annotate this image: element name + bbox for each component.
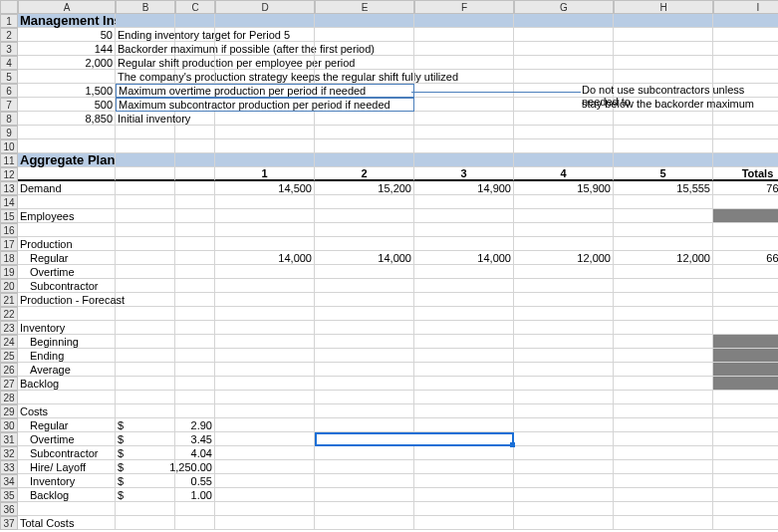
cell-E27[interactable]: [315, 377, 414, 391]
cell-B19[interactable]: [116, 265, 175, 279]
cell-E33[interactable]: [315, 460, 414, 474]
col-C[interactable]: C: [175, 0, 215, 14]
cell-F34[interactable]: [414, 474, 514, 488]
lbl-regular[interactable]: Regular: [18, 251, 116, 265]
cell-D15[interactable]: [215, 209, 315, 223]
cell-A9[interactable]: [18, 126, 116, 139]
row-35[interactable]: 35: [0, 488, 18, 502]
cell-B27[interactable]: [116, 377, 175, 391]
cost-regular[interactable]: 2.90: [175, 418, 215, 432]
cell-I11[interactable]: [713, 153, 778, 167]
cell-G33[interactable]: [514, 460, 614, 474]
cell-G3[interactable]: [514, 42, 614, 56]
cell-E23[interactable]: [315, 321, 414, 335]
cell-D36[interactable]: [215, 502, 315, 516]
row-9[interactable]: 9: [0, 126, 18, 139]
cell-C18[interactable]: [175, 251, 215, 265]
demand-4[interactable]: 15,900: [514, 181, 614, 195]
demand-1[interactable]: 14,500: [215, 181, 315, 195]
col-G[interactable]: G: [514, 0, 614, 14]
cell-F30[interactable]: [414, 418, 514, 432]
cell-G1[interactable]: [514, 14, 614, 28]
cell-H36[interactable]: [614, 502, 713, 516]
period-2[interactable]: 2: [315, 167, 414, 181]
row-1[interactable]: 1: [0, 14, 18, 28]
cell-C22[interactable]: [175, 307, 215, 321]
lbl-cost-subcon[interactable]: Subcontractor: [18, 446, 116, 460]
prodreg-6[interactable]: 66,000: [713, 251, 778, 265]
cell-B12[interactable]: [116, 167, 175, 181]
cell-A28[interactable]: [18, 391, 116, 404]
demand-5[interactable]: 15,555: [614, 181, 713, 195]
cell-C23[interactable]: [175, 321, 215, 335]
cost-overtime[interactable]: 3.45: [175, 432, 215, 446]
lbl-totcosts[interactable]: Total Costs: [18, 516, 116, 530]
row-25[interactable]: 25: [0, 349, 18, 363]
cell-C2[interactable]: [175, 28, 215, 42]
row-31[interactable]: 31: [0, 432, 18, 446]
cell-F9[interactable]: [414, 126, 514, 139]
cell-D37[interactable]: [215, 516, 315, 530]
cell-G19[interactable]: [514, 265, 614, 279]
cell-I37[interactable]: [713, 516, 778, 530]
cell-C1[interactable]: [175, 14, 215, 28]
cell-E22[interactable]: [315, 307, 414, 321]
lbl-production[interactable]: Production: [18, 237, 116, 251]
row-28[interactable]: 28: [0, 391, 18, 404]
cell-F36[interactable]: [414, 502, 514, 516]
row-33[interactable]: 33: [0, 460, 18, 474]
cell-A12[interactable]: [18, 167, 116, 181]
cell-I3[interactable]: [713, 42, 778, 56]
cell-E20[interactable]: [315, 279, 414, 293]
cell-F37[interactable]: [414, 516, 514, 530]
cell-G31[interactable]: [514, 432, 614, 446]
cell-I23[interactable]: [713, 321, 778, 335]
row-26[interactable]: 26: [0, 363, 18, 377]
cell-H16[interactable]: [614, 223, 713, 237]
cell-C27[interactable]: [175, 377, 215, 391]
lbl-cost-inv[interactable]: Inventory: [18, 474, 116, 488]
cell-D16[interactable]: [215, 223, 315, 237]
row-12[interactable]: 12: [0, 167, 18, 181]
cell-I35[interactable]: [713, 488, 778, 502]
cell-G32[interactable]: [514, 446, 614, 460]
dol-inv[interactable]: $: [116, 474, 175, 488]
prodreg-2[interactable]: 14,000: [315, 251, 414, 265]
lbl-cost-hire[interactable]: Hire/ Layoff: [18, 460, 116, 474]
cell-F14[interactable]: [414, 195, 514, 209]
cell-I19[interactable]: [713, 265, 778, 279]
row-20[interactable]: 20: [0, 279, 18, 293]
col-B[interactable]: B: [116, 0, 175, 14]
period-3[interactable]: 3: [414, 167, 514, 181]
cell-F21[interactable]: [414, 293, 514, 307]
cell-B29[interactable]: [116, 404, 175, 418]
cell-H25[interactable]: [614, 349, 713, 363]
cell-E37[interactable]: [315, 516, 414, 530]
cell-G21[interactable]: [514, 293, 614, 307]
cell-H14[interactable]: [614, 195, 713, 209]
cell-G29[interactable]: [514, 404, 614, 418]
prodreg-5[interactable]: 12,000: [614, 251, 713, 265]
cell-I5[interactable]: [713, 70, 778, 84]
cell-I15[interactable]: [713, 209, 778, 223]
cell-E36[interactable]: [315, 502, 414, 516]
cell-D24[interactable]: [215, 335, 315, 349]
cell-H21[interactable]: [614, 293, 713, 307]
mi-txt-6[interactable]: Maximum overtime production per period i…: [116, 84, 414, 98]
row-36[interactable]: 36: [0, 502, 18, 516]
cell-I24[interactable]: [713, 335, 778, 349]
cell-H22[interactable]: [614, 307, 713, 321]
cell-B15[interactable]: [116, 209, 175, 223]
row-15[interactable]: 15: [0, 209, 18, 223]
cell-F10[interactable]: [414, 139, 514, 153]
cell-B36[interactable]: [116, 502, 175, 516]
cell-H20[interactable]: [614, 279, 713, 293]
cell-D27[interactable]: [215, 377, 315, 391]
cell-H32[interactable]: [614, 446, 713, 460]
cell-H27[interactable]: [614, 377, 713, 391]
cell-I1[interactable]: [713, 14, 778, 28]
lbl-cost-backlog[interactable]: Backlog: [18, 488, 116, 502]
cell-E1[interactable]: [315, 14, 414, 28]
cell-C9[interactable]: [175, 126, 215, 139]
cell-C28[interactable]: [175, 391, 215, 404]
